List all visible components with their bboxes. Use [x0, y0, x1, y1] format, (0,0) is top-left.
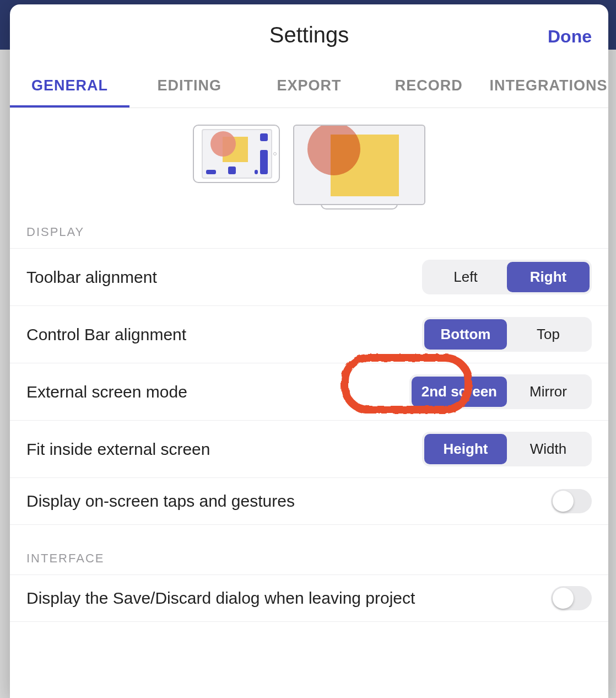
display-illustration: [10, 108, 608, 216]
row-external-screen-mode: External screen mode 2nd screen Mirror: [10, 363, 608, 420]
tab-editing[interactable]: EDITING: [129, 65, 249, 108]
modal-title: Settings: [269, 23, 349, 47]
seg-external-mode: 2nd screen Mirror: [409, 374, 592, 409]
monitor-icon: [293, 125, 425, 210]
section-label-display: DISPLAY: [10, 216, 608, 248]
row-label: Fit inside external screen: [26, 440, 210, 459]
row-controlbar-alignment: Control Bar alignment Bottom Top: [10, 305, 608, 363]
seg-controlbar-alignment: Bottom Top: [422, 317, 592, 352]
seg-controlbar-top[interactable]: Top: [507, 319, 590, 350]
section-label-interface: INTERFACE: [10, 525, 608, 574]
row-label: Toolbar alignment: [26, 268, 157, 287]
row-label: Display on-screen taps and gestures: [26, 492, 295, 511]
seg-fit-height[interactable]: Height: [424, 434, 507, 464]
done-button[interactable]: Done: [548, 26, 592, 47]
seg-toolbar-left[interactable]: Left: [424, 262, 507, 292]
settings-scroll[interactable]: DISPLAY Toolbar alignment Left Right Con…: [10, 108, 608, 698]
ipad-icon: [193, 125, 280, 183]
tab-general[interactable]: GENERAL: [10, 65, 129, 108]
seg-controlbar-bottom[interactable]: Bottom: [424, 319, 507, 350]
seg-fit-external: Height Width: [422, 432, 592, 466]
row-label: Display the Save/Discard dialog when lea…: [26, 589, 415, 608]
modal-header: Settings Done: [10, 4, 608, 65]
row-label: External screen mode: [26, 383, 187, 401]
tab-export[interactable]: EXPORT: [249, 65, 369, 108]
switch-save-discard[interactable]: [551, 586, 592, 610]
seg-external-2nd-screen[interactable]: 2nd screen: [412, 377, 507, 407]
seg-fit-width[interactable]: Width: [507, 434, 590, 464]
tab-bar: GENERAL EDITING EXPORT RECORD INTEGRATIO…: [10, 65, 608, 108]
seg-toolbar-alignment: Left Right: [422, 260, 592, 294]
tab-integrations[interactable]: INTEGRATIONS: [489, 65, 608, 108]
switch-display-taps[interactable]: [551, 489, 592, 513]
settings-modal: Settings Done GENERAL EDITING EXPORT REC…: [10, 4, 608, 698]
tab-record[interactable]: RECORD: [369, 65, 489, 108]
row-display-taps: Display on-screen taps and gestures: [10, 477, 608, 525]
seg-external-mirror[interactable]: Mirror: [507, 377, 590, 407]
row-toolbar-alignment: Toolbar alignment Left Right: [10, 248, 608, 305]
row-fit-external-screen: Fit inside external screen Height Width: [10, 420, 608, 477]
row-label: Control Bar alignment: [26, 325, 186, 344]
seg-toolbar-right[interactable]: Right: [507, 262, 590, 292]
row-save-discard-dialog: Display the Save/Discard dialog when lea…: [10, 574, 608, 622]
